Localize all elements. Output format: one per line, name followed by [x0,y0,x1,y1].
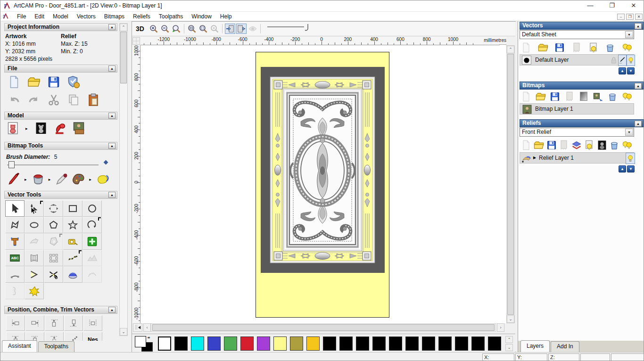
colour-swatch-13[interactable] [372,336,386,351]
pan-corner-icon[interactable] [133,323,142,332]
undo-icon[interactable] [7,93,21,107]
combo-arrow-icon[interactable]: ▼ [625,129,633,136]
section-header-vector-tools[interactable]: Vector Tools ▲ [4,191,117,199]
sheet-combo[interactable]: Default Sheet ▼ [520,30,634,39]
scroll-up-icon[interactable]: ⌃ [120,24,127,31]
mdi-minimize-button[interactable]: – [617,14,625,20]
menu-edit[interactable]: Edit [30,12,49,21]
relief-down-icon[interactable]: ▼ [627,165,635,172]
colour-swatch-4[interactable] [224,336,237,351]
toggle-all-bulbs-icon[interactable] [621,139,633,151]
options-icon[interactable] [66,75,81,89]
vector-layer-row[interactable]: Default Layer [520,54,634,66]
delete-icon[interactable] [609,139,620,151]
collapse-icon[interactable]: ▲ [108,192,116,198]
text-block-icon[interactable]: ABC [5,250,25,266]
block-copy-icon[interactable] [44,250,63,266]
move-origin-icon[interactable] [132,37,140,45]
colour-swatch-12[interactable] [356,336,369,351]
colour-swatch-1[interactable] [174,336,188,351]
collapse-icon[interactable]: ▲ [635,83,642,89]
expander-icon[interactable]: ▶ [533,156,536,160]
paste-icon[interactable] [86,93,100,107]
copy-icon[interactable] [66,93,81,107]
extrude-icon[interactable] [63,266,83,283]
sponge-icon[interactable] [96,172,110,186]
create-ellipse-icon[interactable] [25,217,44,233]
colour-swatch-11[interactable] [339,336,353,351]
bitmap-layer-row[interactable]: Bitmap Layer 1 [520,103,634,115]
redo-icon[interactable] [27,93,41,107]
scroll-thumb[interactable] [507,54,514,315]
collapse-icon[interactable]: ▲ [635,23,642,29]
assistant-scrollbar[interactable]: ⌃ ⌄ [119,23,128,336]
scroll-left-icon[interactable]: ‹ [143,323,151,332]
brush-slider-thumb[interactable] [8,161,15,168]
colour-swatch-18[interactable] [455,336,468,351]
paint-brush-icon[interactable] [7,172,21,186]
save-icon[interactable] [549,91,561,102]
brush-spinner-icon[interactable] [104,160,108,165]
layer-colour-icon[interactable] [522,56,531,65]
menu-toolpaths[interactable]: Toolpaths [155,12,187,21]
canvas[interactable] [140,45,506,323]
flyout-arrow-icon[interactable]: ▶ [25,178,27,181]
zoom-in-icon[interactable] [149,24,159,34]
view-v-scrollbar[interactable]: ⌃ ⌄ [506,45,515,323]
transform-icon[interactable] [44,200,63,217]
open-file-icon[interactable] [27,75,41,89]
zoom-scale-icon[interactable] [187,24,197,34]
close-button[interactable]: ✕ [623,0,644,12]
scroll-thumb[interactable] [120,32,127,83]
previous-bitmap-icon[interactable] [225,24,235,34]
3d-view-button[interactable]: 3D [134,25,146,33]
colour-swatch-3[interactable] [207,336,221,351]
colour-swatch-7[interactable] [273,336,287,351]
toggle-all-bulbs-icon[interactable] [621,91,633,102]
align-centre-icon[interactable] [83,315,102,331]
toggle-visibility-page-icon[interactable] [584,139,595,151]
relief-up-icon[interactable]: ▲ [619,165,626,172]
section-header-model[interactable]: Model ▲ [4,112,117,120]
vectors-header[interactable]: Vectors ▲ [520,22,644,30]
create-text-icon[interactable] [5,233,25,250]
combo-arrow-icon[interactable]: ▼ [625,31,633,38]
colour-swatch-14[interactable] [389,336,402,351]
colour-swatch-9[interactable] [306,336,320,351]
spread-icon[interactable] [64,332,83,341]
save-icon[interactable] [554,42,565,53]
colour-swatch-10[interactable] [323,336,336,351]
save-model-icon[interactable] [47,75,61,89]
bulb-on-icon[interactable] [627,55,635,66]
tab-toolpaths[interactable]: Toolpaths [38,341,74,352]
cut-icon[interactable] [47,93,61,107]
colour-swatch-2[interactable] [191,336,204,351]
layer-down-icon[interactable]: ▼ [627,67,635,74]
menu-reliefs[interactable]: Reliefs [129,12,155,21]
delete-icon[interactable] [607,91,618,102]
colour-swatch-5[interactable] [240,336,254,351]
toggle-all-bulbs-icon[interactable] [621,42,633,53]
open-folder-icon[interactable] [533,139,545,151]
align-right-icon[interactable] [25,315,44,331]
copy-along-curve-icon[interactable] [63,250,83,266]
scroll-right-icon[interactable]: › [497,323,504,332]
align-bottom-icon[interactable] [64,315,83,331]
tab-layers[interactable]: Layers [520,340,550,352]
create-arc-icon[interactable] [83,217,102,233]
menu-model[interactable]: Model [49,12,73,21]
open-folder-icon[interactable] [535,91,546,102]
colour-swatch-15[interactable] [405,336,419,351]
mdi-restore-button[interactable]: ❐ [626,14,634,20]
reliefs-header[interactable]: Reliefs ▲ [520,119,644,127]
gradient-page-icon[interactable] [578,91,589,102]
section-header-file[interactable]: File ▲ [4,65,117,73]
relief-stack-icon[interactable] [571,139,582,151]
collapse-icon[interactable]: ▲ [108,143,116,149]
palette-icon[interactable] [72,172,86,186]
palette-scroll-down-icon[interactable]: ⌄ [505,344,513,351]
colour-swatch-17[interactable] [438,336,452,351]
menu-bitmaps[interactable]: Bitmaps [100,12,129,21]
adjust-model-icon[interactable] [34,121,48,135]
colour-swatch-6[interactable] [257,336,270,351]
